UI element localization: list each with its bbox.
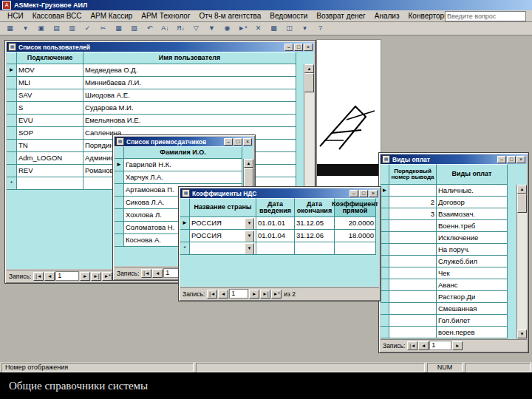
close-button[interactable]: × <box>243 138 252 146</box>
column-header[interactable]: Имя пользователя <box>83 52 296 64</box>
print-icon[interactable]: ▤ <box>50 22 64 35</box>
sort-asc-icon[interactable]: А↓ <box>158 22 172 35</box>
record-selector[interactable] <box>180 217 190 230</box>
record-selector[interactable] <box>7 115 17 127</box>
properties-icon[interactable]: ▩ <box>267 22 281 35</box>
record-selector[interactable] <box>7 152 17 165</box>
dropdown-icon[interactable]: ▼ <box>245 218 254 230</box>
order-number-cell[interactable] <box>389 279 437 291</box>
menu-item[interactable]: Возврат денег <box>312 11 369 21</box>
new-record-icon[interactable]: ►* <box>236 22 250 35</box>
menu-item[interactable]: Анализ <box>370 11 404 21</box>
select-all-cell[interactable] <box>115 146 124 159</box>
new-object-dropdown-icon[interactable]: ▾ <box>298 22 312 35</box>
end-date-cell[interactable] <box>295 242 335 255</box>
last-record-button[interactable]: ►| <box>260 290 270 299</box>
undo-icon[interactable]: ↶ <box>143 22 157 35</box>
country-cell[interactable]: ▼ <box>190 242 256 255</box>
payment-type-cell[interactable]: Раствор.Ди <box>437 291 508 303</box>
record-selector[interactable] <box>115 209 124 222</box>
vat-titlebar[interactable]: ▦ Коэффициенты НДС – □ × <box>180 188 379 198</box>
question-input[interactable] <box>445 11 526 21</box>
record-selector[interactable] <box>381 232 389 244</box>
end-date-cell[interactable]: 31.12.05 <box>295 217 335 230</box>
record-selector[interactable] <box>381 208 389 220</box>
maximize-button[interactable]: □ <box>359 190 368 197</box>
record-selector[interactable] <box>7 64 17 77</box>
maximize-button[interactable]: □ <box>507 156 516 163</box>
view-dropdown-icon[interactable]: ▾ <box>18 22 33 35</box>
maximize-button[interactable]: □ <box>294 44 303 51</box>
username-cell[interactable]: Медведева О.Д. <box>83 64 296 77</box>
minimize-button[interactable]: – <box>497 156 506 163</box>
payment-type-cell[interactable]: воен.перев <box>437 327 508 338</box>
record-selector[interactable]: * <box>180 242 190 255</box>
surname-cell[interactable]: Гаврилей Н.К. <box>124 159 242 171</box>
prev-record-button[interactable]: ◄ <box>44 272 55 281</box>
next-record-button[interactable]: ► <box>80 272 90 281</box>
payment-type-cell[interactable]: Чек <box>437 267 508 279</box>
new-record-button[interactable]: ►* <box>271 290 282 299</box>
column-header[interactable]: Дата введения <box>256 198 295 217</box>
payment-type-cell[interactable]: Служеб.бил <box>437 256 508 267</box>
connection-cell[interactable]: SAV <box>17 89 83 102</box>
order-number-cell[interactable]: 2 <box>389 197 437 208</box>
select-all-cell[interactable] <box>7 52 17 64</box>
save-icon[interactable]: ▣ <box>34 22 48 35</box>
cut-icon[interactable]: ✂ <box>96 22 110 35</box>
connection-cell[interactable]: REV <box>17 165 83 177</box>
first-record-button[interactable]: |◄ <box>141 269 151 278</box>
record-selector[interactable] <box>381 291 389 303</box>
order-number-cell[interactable]: 3 <box>389 208 437 220</box>
record-selector[interactable] <box>381 267 389 279</box>
order-number-cell[interactable] <box>389 185 437 197</box>
order-number-cell[interactable] <box>389 256 437 267</box>
order-number-cell[interactable] <box>389 267 437 279</box>
record-selector[interactable] <box>115 184 124 197</box>
maximize-button[interactable]: □ <box>233 138 242 146</box>
order-number-cell[interactable] <box>389 315 437 327</box>
spelling-icon[interactable]: ✓ <box>81 22 95 35</box>
column-header[interactable]: Название страны <box>190 198 256 217</box>
connection-cell[interactable]: EVU <box>17 115 83 127</box>
menu-item[interactable]: Ведомости <box>265 11 312 21</box>
record-selector[interactable] <box>7 140 17 152</box>
close-button[interactable]: × <box>304 44 313 51</box>
record-selector[interactable] <box>115 197 124 209</box>
country-cell[interactable]: РОССИЯ ▼ <box>190 217 256 230</box>
menu-item[interactable]: АРМ Кассир <box>86 11 137 21</box>
prev-record-button[interactable]: ◄ <box>152 269 163 278</box>
paste-icon[interactable]: ▧ <box>127 22 141 35</box>
payment-type-cell[interactable]: Гол.билет <box>437 315 508 327</box>
username-cell[interactable]: Миннибаева Л.И. <box>83 77 296 89</box>
record-number-input[interactable]: 1 <box>229 289 248 299</box>
coefficient-cell[interactable]: 20.0000 <box>335 217 376 230</box>
users-titlebar[interactable]: ▦ Список пользователей – □ × <box>7 42 314 52</box>
connection-cell[interactable]: TN <box>17 140 83 152</box>
record-selector[interactable] <box>7 165 17 177</box>
order-number-cell[interactable] <box>389 327 437 338</box>
first-record-button[interactable]: |◄ <box>407 341 417 350</box>
record-selector[interactable] <box>381 303 389 315</box>
payment-type-cell[interactable]: На поруч. <box>437 244 508 256</box>
connection-cell[interactable] <box>17 177 83 190</box>
menu-item[interactable]: АРМ Технолог <box>137 11 194 21</box>
connection-cell[interactable]: Adm_LOGON <box>17 152 83 165</box>
country-cell[interactable]: РОССИЯ ▼ <box>190 230 256 242</box>
scroll-thumb[interactable] <box>304 73 314 92</box>
surname-cell[interactable]: Харчук Л.А. <box>124 171 242 184</box>
record-number-input[interactable]: 1 <box>55 271 79 281</box>
order-number-cell[interactable] <box>389 291 437 303</box>
record-selector[interactable] <box>381 256 389 267</box>
scroll-thumb[interactable] <box>517 194 527 213</box>
first-record-button[interactable]: |◄ <box>207 290 217 299</box>
close-button[interactable]: × <box>369 190 378 197</box>
column-header[interactable]: Фамилия И.О. <box>124 146 242 159</box>
record-selector[interactable] <box>180 230 190 242</box>
record-number-input[interactable]: 1 <box>429 341 451 350</box>
start-date-cell[interactable]: 01.01.04 <box>256 230 295 242</box>
column-header[interactable]: Виды оплат <box>437 164 508 185</box>
record-selector[interactable]: * <box>7 177 17 190</box>
column-header[interactable]: Коэффициент прямой <box>335 198 376 217</box>
record-selector[interactable] <box>115 222 124 234</box>
